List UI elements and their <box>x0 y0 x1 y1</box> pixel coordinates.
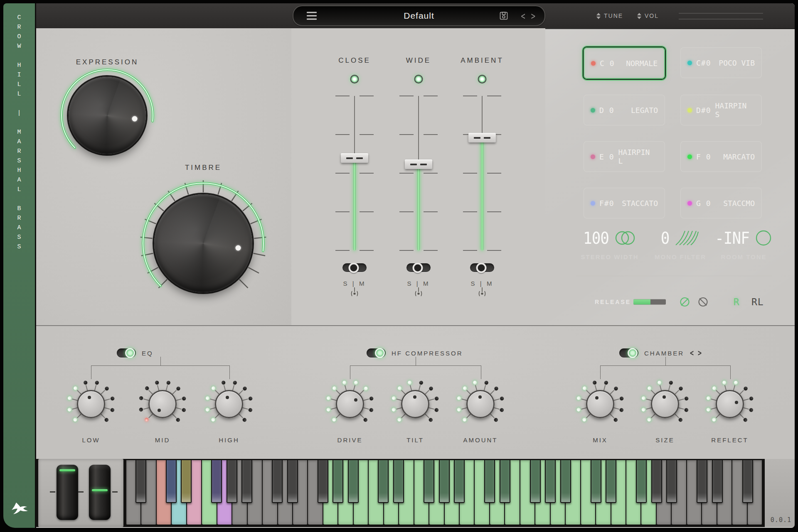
black-key[interactable] <box>545 460 556 503</box>
solo-mute-control[interactable]: S | M <box>387 280 451 287</box>
fader-track[interactable] <box>323 96 387 250</box>
fx-knob-dial[interactable] <box>386 375 444 433</box>
black-key[interactable] <box>591 460 601 503</box>
fx-knobs: LOW MID HIGH <box>36 326 286 460</box>
black-key[interactable] <box>742 460 753 503</box>
black-key[interactable] <box>560 460 571 503</box>
phase-invert-icon[interactable] <box>697 297 709 308</box>
black-key[interactable] <box>484 460 495 503</box>
black-key[interactable] <box>166 460 177 503</box>
articulation-button[interactable]: F#0 STACCATO <box>584 188 665 218</box>
black-key[interactable] <box>651 460 662 503</box>
articulation-button[interactable]: E 0 HAIRPIN L <box>584 141 665 172</box>
pan-toggle[interactable] <box>406 263 431 272</box>
black-key[interactable] <box>454 460 465 503</box>
fader-handle[interactable] <box>468 133 496 142</box>
volume-arrows-icon[interactable] <box>637 13 641 19</box>
black-key[interactable] <box>318 460 328 503</box>
fader-track[interactable] <box>387 96 451 250</box>
app-frame: CROW HILL | MARSHAL BRASS Default <box>3 3 795 528</box>
black-key[interactable] <box>500 460 510 503</box>
black-key[interactable] <box>241 460 252 503</box>
black-key[interactable] <box>227 460 237 503</box>
articulation-button[interactable]: C#0 POCO VIB <box>680 47 762 78</box>
fx-knob-label: LOW <box>62 436 120 444</box>
black-key[interactable] <box>378 460 389 503</box>
fx-knob-dial[interactable] <box>636 375 694 433</box>
black-key[interactable] <box>272 460 283 503</box>
fader-track[interactable] <box>450 96 514 250</box>
articulation-button[interactable]: F 0 MARCATO <box>680 141 762 172</box>
channel-led[interactable] <box>414 75 423 83</box>
solo-mute-control[interactable]: S | M <box>323 280 387 287</box>
timbre-knob[interactable] <box>133 173 274 314</box>
articulation-color-dot <box>591 201 595 206</box>
lr-order-button[interactable]: LR <box>727 297 740 307</box>
release-slider[interactable] <box>633 299 666 305</box>
stereo-width-value[interactable]: 100 <box>583 229 609 247</box>
black-key[interactable] <box>712 460 723 503</box>
room-tone-value[interactable]: -INF <box>715 229 749 247</box>
expression-knob[interactable] <box>45 53 170 178</box>
solo-mute-control[interactable]: S | M <box>450 280 514 287</box>
fx-knob-label: SIZE <box>636 436 694 444</box>
upper-panels: EXPRESSION TIMBRE CLOSE S | M WIDE <box>36 28 795 325</box>
black-key[interactable] <box>697 460 707 503</box>
black-key[interactable] <box>135 460 146 503</box>
volume-label: VOL <box>645 12 659 19</box>
black-key[interactable] <box>439 460 450 503</box>
wheel-plate <box>38 459 123 527</box>
mod-wheel-indicator <box>92 489 108 491</box>
fx-knob: TILT <box>386 375 444 448</box>
black-key[interactable] <box>211 460 222 503</box>
fader-handle[interactable] <box>405 159 432 169</box>
volume-stepper[interactable]: VOL <box>637 3 659 28</box>
stereo-width-icon <box>614 230 636 246</box>
fader-handle[interactable] <box>341 153 368 163</box>
fx-knob-dial[interactable] <box>451 375 510 433</box>
tune-stepper[interactable]: TUNE <box>596 3 623 28</box>
save-icon[interactable] <box>499 11 509 21</box>
black-key[interactable] <box>666 460 677 503</box>
black-key[interactable] <box>287 460 298 503</box>
black-key[interactable] <box>606 460 616 503</box>
brand-vertical-title: CROW HILL | MARSHAL BRASS <box>16 14 23 253</box>
articulation-button[interactable]: G 0 STACCMO <box>680 188 762 218</box>
next-preset-button[interactable]: > <box>531 10 535 22</box>
top-bar: Default < > TUNE <box>36 3 795 29</box>
mono-filter-value[interactable]: 0 <box>661 229 670 247</box>
pan-toggle[interactable] <box>470 263 494 272</box>
fx-knob-dial[interactable] <box>701 375 759 433</box>
mod-wheel[interactable] <box>89 465 111 520</box>
fx-knob: SIZE <box>636 375 694 448</box>
fx-knob-dial[interactable] <box>133 375 192 433</box>
black-key[interactable] <box>393 460 404 503</box>
fx-knob-dial[interactable] <box>321 375 379 433</box>
fader-value-glow <box>481 137 483 250</box>
articulation-key: D#0 <box>696 106 711 115</box>
pitch-wheel[interactable] <box>57 465 78 520</box>
black-key[interactable] <box>636 460 647 503</box>
release-fill <box>633 299 650 305</box>
fx-knob-dial[interactable] <box>571 375 629 433</box>
articulation-name: LEGATO <box>631 106 658 115</box>
black-key[interactable] <box>332 460 343 503</box>
mic-mixer-panel: CLOSE S | M WIDE S | M AMBIENT <box>291 28 545 325</box>
prev-preset-button[interactable]: < <box>521 10 525 22</box>
channel-led[interactable] <box>350 75 359 83</box>
black-key[interactable] <box>530 460 541 503</box>
articulation-button[interactable]: D#0 HAIRPIN S <box>680 95 762 125</box>
black-key[interactable] <box>181 460 192 503</box>
fx-knob-dial[interactable] <box>62 375 120 433</box>
rl-order-button[interactable]: RL <box>751 297 764 307</box>
black-key[interactable] <box>348 460 359 503</box>
preset-selector[interactable]: Default < > <box>293 5 545 26</box>
black-key[interactable] <box>424 460 434 503</box>
articulation-button[interactable]: D 0 LEGATO <box>584 95 665 125</box>
phase-normal-icon[interactable] <box>679 297 690 308</box>
tune-arrows-icon[interactable] <box>596 13 601 19</box>
channel-led[interactable] <box>478 75 487 83</box>
pan-toggle[interactable] <box>342 263 367 272</box>
articulation-button[interactable]: C 0 NORMALE <box>584 47 665 79</box>
fx-knob-dial[interactable] <box>200 375 258 433</box>
